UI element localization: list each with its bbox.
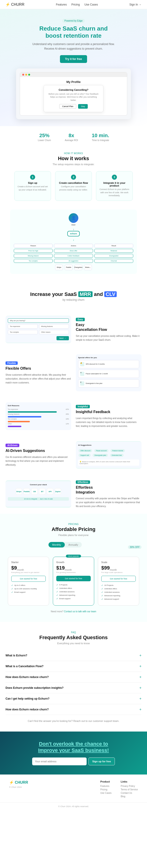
pricing-desc-scale: For large scale operations <box>101 571 136 574</box>
step-3-num: 3 <box>112 175 117 180</box>
feedback-bar-price <box>8 411 57 413</box>
increase-and: and <box>93 291 104 297</box>
mock-integration-note: 10 min to integrate → Just 1 line of cod… <box>8 497 69 501</box>
pricing-btn-growth[interactable]: Get started for free <box>56 576 91 581</box>
mock-dot-green <box>28 74 30 75</box>
faq-item-3[interactable]: Does Echurn provide subscription insight… <box>5 683 142 693</box>
hero-screenshot: My Profile Considering Cancelling? Befor… <box>16 68 131 120</box>
mock-browser: My Profile Considering Cancelling? Befor… <box>20 72 127 116</box>
feature-row-offers: Special offers for you 💰 30% discount fo… <box>0 349 147 397</box>
footer-link-use-cases[interactable]: Use Cases <box>100 792 112 794</box>
feature-image-integration: Connect your stack Stripe Paddle CB BT A… <box>5 480 71 508</box>
feature-tag-feedback: Insightful <box>76 405 90 408</box>
increase-title-plain: Increase your SaaS <box>30 291 78 297</box>
mock-cancel-option-4[interactable]: Other reason <box>39 330 69 334</box>
footer-link-blog[interactable]: Blog <box>121 795 138 798</box>
nav-logo[interactable]: ⚡ CHURR <box>5 2 24 7</box>
feature-tag-integration: Effortless <box>76 480 90 484</box>
footer-link-terms[interactable]: Terms of Service <box>121 788 138 791</box>
mock-cancel-row-1: Why are you leaving? <box>8 318 69 323</box>
steps-row: 1 Sign up Create a Echurn account and se… <box>5 171 142 201</box>
increase-mrr: MRR <box>78 291 93 297</box>
increase-section: Increase your SaaS MRR and CLV by reduci… <box>0 283 147 310</box>
mock-cancel-btn[interactable]: Cancel Plan <box>59 104 77 109</box>
pricing-card-starter: Starter $9/month Everything you need to … <box>8 557 49 606</box>
pricing-toggle-annually[interactable]: Annually <box>65 542 82 548</box>
feedback-label-price: Too expensive <box>8 408 18 410</box>
nav-link-features[interactable]: Features <box>56 3 67 6</box>
feedback-labels-4: Other 12% <box>8 423 69 425</box>
feedback-labels-3: Too complex 18% <box>8 418 69 420</box>
mock-ai-ui: AI Suggestions Offer discount Pause acco… <box>76 442 142 468</box>
flow-result-2: Downgraded <box>94 254 133 258</box>
stat-label-churn: Lower Churn <box>38 139 51 142</box>
flow-grid: Reason Price too high Missing feature To… <box>14 244 133 263</box>
pricing-contact-link[interactable]: Contact us to talk with our team <box>64 610 96 613</box>
mock-cancel-option-3[interactable]: Too complex <box>8 330 38 334</box>
feature-title-cancellation: EasyCancellation Flow <box>76 322 142 332</box>
footer-col-links: Links Privacy Policy Terms of Service Co… <box>121 780 138 799</box>
cta-email-input[interactable] <box>32 757 87 765</box>
pricing-subtitle: Flexible plans for everyone <box>5 534 142 536</box>
footer-link-contact[interactable]: Contact Us <box>121 792 138 794</box>
pricing-feature-scale-3: ✓Unlimited sessions <box>101 591 136 593</box>
faq-item-5[interactable]: How does Echurn reduce churn? + <box>5 704 142 715</box>
footer-link-features[interactable]: Features <box>100 785 112 787</box>
footer-logo: ⚡ CHURR <box>9 780 28 784</box>
pricing-title: Affordable Pricing <box>5 526 142 532</box>
faq-icon-4: + <box>140 696 142 701</box>
pricing-btn-starter[interactable]: Get started for free <box>11 576 46 582</box>
pricing-feature-scale-2: ✓Unlimited offers <box>101 587 136 590</box>
faq-item-1[interactable]: What is a Cancellation Flow? + <box>5 661 142 672</box>
flow-diagram-inner: 👤 User ↓ echurn ↓ Reason Price too high … <box>10 210 137 274</box>
mock-int-grid: Stripe Paddle CB BT API Zapier <box>8 488 69 495</box>
flow-reason-3: Too complex <box>14 259 53 263</box>
feature-desc-feedback: Learn important things by collecting and… <box>76 416 142 428</box>
faq-item-2[interactable]: How does Echurn reduce churn? + <box>5 672 142 683</box>
feature-title-integration: EffortlessIntegration <box>76 485 142 495</box>
mock-stay-btn[interactable]: Stay <box>78 104 88 109</box>
faq-title: Frequently Asked Questions <box>5 634 142 641</box>
feature-tag-cancellation: Easy <box>76 318 85 321</box>
mock-chip-6: Extended trial <box>110 454 124 457</box>
pricing-price-growth: $19/month <box>56 565 91 571</box>
mock-modal-text: Before you cancel, can you tell us why? … <box>48 93 99 102</box>
step-3-desc: Connect Echurn to your platform with one… <box>99 188 130 197</box>
mock-int-paddle: Paddle <box>23 488 30 495</box>
faq-item-0[interactable]: What is Echurn? + <box>5 650 142 661</box>
feature-text-integration: Effortless EffortlessIntegration Connect… <box>76 480 142 508</box>
feedback-bar-row-1: Too expensive 42% <box>8 408 69 413</box>
mock-cancel-next[interactable]: Next → <box>57 336 69 340</box>
nav-link-use-cases[interactable]: Use Cases <box>84 3 98 6</box>
pricing-cards: Starter $9/month Everything you need to … <box>5 557 142 606</box>
footer-link-pricing[interactable]: Pricing <box>100 788 112 791</box>
mock-offer-2[interactable]: ⏸ Pause subscription for 1 month <box>78 370 139 378</box>
mock-offer-1[interactable]: 💰 30% discount for 3 months <box>78 360 139 368</box>
mock-ai-chips: Offer discount Pause account Feature tut… <box>78 448 139 457</box>
mock-chip-5: Downgrade plan <box>93 454 108 457</box>
pricing-desc-growth: For growing businesses <box>56 571 91 574</box>
mock-integration-title: Connect your stack <box>8 484 69 486</box>
pricing-btn-scale[interactable]: Get started for free <box>101 576 136 582</box>
mock-dot-yellow <box>25 74 27 75</box>
faq-item-4[interactable]: Can I get help setting up Echurn? + <box>5 693 142 704</box>
footer-link-privacy[interactable]: Privacy Policy <box>121 785 138 787</box>
how-eyebrow: HOW IT WORKS <box>5 152 142 155</box>
nav-link-pricing[interactable]: Pricing <box>71 3 80 6</box>
cta-signup-button[interactable]: Sign up for free <box>88 757 115 765</box>
feedback-bar-features <box>8 416 41 417</box>
footer-links: Product Features Pricing Use Cases Links… <box>100 780 138 799</box>
hero-cta-button[interactable]: Try it for free <box>60 55 87 63</box>
mock-cancel-option-2[interactable]: Missing features <box>39 324 69 329</box>
pricing-toggle-monthly[interactable]: Monthly <box>49 542 65 548</box>
mock-offer-3[interactable]: ⬇ Downgrade to free plan <box>78 379 139 388</box>
pricing-feature-starter-3: ✓Email support <box>11 591 46 593</box>
nav-signin[interactable]: Sign In → <box>129 3 142 6</box>
feedback-bar-complex <box>8 421 30 422</box>
pricing-plan-scale: Scale <box>101 561 136 564</box>
step-2-title: Create cancellation flow <box>58 182 89 184</box>
mock-chip-1: Offer discount <box>79 449 92 452</box>
mock-cancel-option-1[interactable]: Too expensive <box>8 324 38 329</box>
mock-offers-title: Special offers for you <box>78 356 139 359</box>
footer: ⚡ CHURR © Churr 2024 Product Features Pr… <box>0 774 147 802</box>
